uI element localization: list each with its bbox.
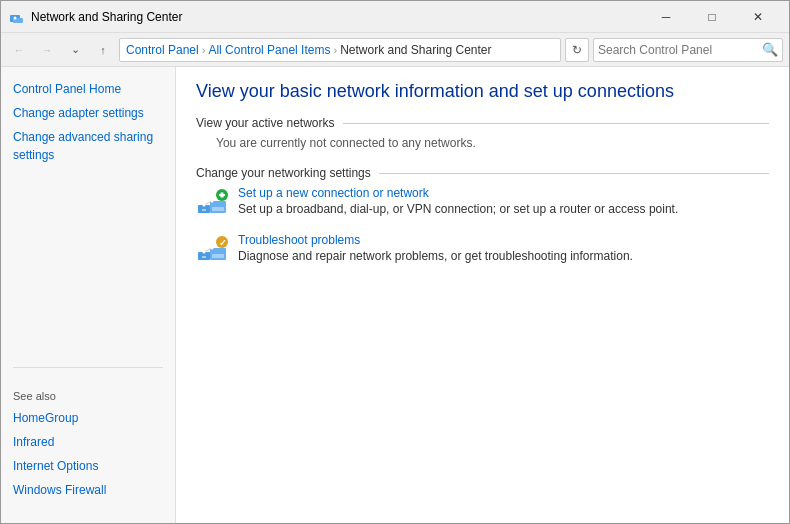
new-connection-link[interactable]: Set up a new connection or network — [238, 186, 678, 200]
breadcrumb: Control Panel › All Control Panel Items … — [119, 38, 561, 62]
action-troubleshoot-content: Troubleshoot problems Diagnose and repai… — [238, 233, 633, 263]
sidebar-item-homegroup[interactable]: HomeGroup — [1, 406, 175, 430]
address-bar: ← → ⌄ ↑ Control Panel › All Control Pane… — [1, 33, 789, 67]
minimize-button[interactable]: ─ — [643, 1, 689, 33]
sidebar-divider — [13, 367, 163, 368]
sidebar-item-windows-firewall[interactable]: Windows Firewall — [1, 478, 175, 502]
search-icon: 🔍 — [762, 42, 778, 57]
close-button[interactable]: ✕ — [735, 1, 781, 33]
sidebar: Control Panel Home Change adapter settin… — [1, 67, 176, 524]
back-button[interactable]: ← — [7, 38, 31, 62]
networking-settings-header: Change your networking settings — [196, 166, 769, 180]
sidebar-item-advanced[interactable]: Change advanced sharingsettings — [1, 125, 175, 167]
search-box: 🔍 — [593, 38, 783, 62]
action-new-connection: Set up a new connection or network Set u… — [196, 186, 769, 219]
svg-text:✓: ✓ — [219, 238, 227, 248]
window-controls: ─ □ ✕ — [643, 1, 781, 33]
sidebar-item-cp-home[interactable]: Control Panel Home — [1, 77, 175, 101]
see-also-label: See also — [1, 376, 175, 406]
svg-point-19 — [203, 251, 206, 254]
refresh-button[interactable]: ↻ — [565, 38, 589, 62]
svg-rect-13 — [219, 194, 225, 196]
breadcrumb-control-panel[interactable]: Control Panel — [126, 43, 199, 57]
troubleshoot-desc: Diagnose and repair network problems, or… — [238, 249, 633, 263]
content-area: View your basic network information and … — [176, 67, 789, 524]
action-troubleshoot: ✓ Troubleshoot problems Diagnose and rep… — [196, 233, 769, 266]
sidebar-item-adapter[interactable]: Change adapter settings — [1, 101, 175, 125]
breadcrumb-current: Network and Sharing Center — [340, 43, 491, 57]
svg-rect-16 — [212, 254, 224, 258]
up-button[interactable]: ↑ — [91, 38, 115, 62]
svg-rect-17 — [202, 256, 206, 258]
svg-rect-6 — [212, 207, 224, 211]
window-title: Network and Sharing Center — [31, 10, 643, 24]
sidebar-item-internet-options[interactable]: Internet Options — [1, 454, 175, 478]
maximize-button[interactable]: □ — [689, 1, 735, 33]
troubleshoot-link[interactable]: Troubleshoot problems — [238, 233, 633, 247]
breadcrumb-all-items[interactable]: All Control Panel Items — [208, 43, 330, 57]
recent-button[interactable]: ⌄ — [63, 38, 87, 62]
svg-rect-7 — [202, 209, 206, 211]
action-new-connection-content: Set up a new connection or network Set u… — [238, 186, 678, 216]
svg-point-20 — [211, 247, 214, 250]
networking-settings-section: Set up a new connection or network Set u… — [196, 186, 769, 266]
main-layout: Control Panel Home Change adapter settin… — [1, 67, 789, 524]
window-icon — [9, 9, 25, 25]
forward-button[interactable]: → — [35, 38, 59, 62]
active-networks-header: View your active networks — [196, 116, 769, 130]
new-connection-desc: Set up a broadband, dial-up, or VPN conn… — [238, 202, 678, 216]
title-bar: Network and Sharing Center ─ □ ✕ — [1, 1, 789, 33]
search-input[interactable] — [598, 43, 762, 57]
no-network-message: You are currently not connected to any n… — [216, 136, 769, 150]
troubleshoot-icon: ✓ — [196, 234, 228, 266]
svg-point-10 — [211, 200, 214, 203]
new-connection-icon — [196, 187, 228, 219]
svg-point-9 — [203, 204, 206, 207]
page-title: View your basic network information and … — [196, 81, 769, 102]
sidebar-item-infrared[interactable]: Infrared — [1, 430, 175, 454]
svg-point-2 — [14, 16, 17, 19]
